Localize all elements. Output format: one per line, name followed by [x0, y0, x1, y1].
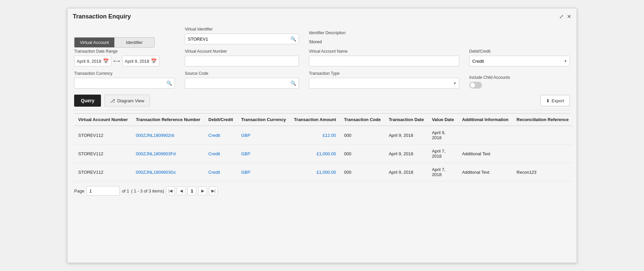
cell-virtual-account: STOREV112	[74, 163, 132, 181]
virtual-account-name-group: Virtual Account Name	[309, 49, 459, 66]
cell-reconciliation-ref	[513, 145, 573, 163]
export-button[interactable]: ⬇ Export	[540, 95, 570, 106]
source-code-input[interactable]	[185, 78, 299, 89]
identifier-description-label: Identifier Description	[309, 31, 459, 35]
currency-search-icon[interactable]: 🔍	[166, 80, 172, 86]
cell-virtual-account: STOREV112	[74, 126, 132, 145]
cell-additional-info: Additional Text	[458, 145, 513, 163]
debit-credit-group: Debit/Credit Credit Debit Both	[469, 49, 570, 66]
cell-transaction-date: April 9, 2018	[385, 145, 428, 163]
child-accounts-switch[interactable]	[469, 82, 482, 89]
cell-currency: GBP	[237, 163, 290, 181]
source-code-input-wrap: 🔍	[185, 78, 299, 89]
table-header: Virtual Account Number Transaction Refer…	[74, 114, 573, 126]
items-text: ( 1 - 3 of 3 items)	[131, 188, 164, 194]
close-icon[interactable]: ✕	[567, 13, 571, 20]
cell-amount: £1,000.00	[290, 145, 340, 163]
form-row-3: Transaction Currency 🔍 Source Code 🔍 Tra…	[74, 71, 570, 92]
source-code-search-icon[interactable]: 🔍	[290, 80, 296, 86]
first-page-btn[interactable]: |◀	[166, 186, 175, 195]
transaction-currency-input[interactable]	[74, 78, 175, 89]
transaction-type-label: Transaction Type	[309, 71, 459, 76]
currency-link[interactable]: GBP	[241, 151, 250, 156]
table-row: STOREV112 000ZJNL1809903Fd Credit GBP £1…	[74, 145, 573, 163]
cell-debit-credit: Credit	[204, 126, 237, 145]
cell-value-date: April 9, 2018	[428, 126, 458, 145]
transaction-type-select[interactable]	[309, 78, 459, 89]
cell-transaction-ref: 000ZJNL1809903Gc	[132, 163, 204, 181]
table-row: STOREV112 000ZJNL1809902rb Credit GBP £1…	[74, 126, 573, 145]
virtual-account-btn[interactable]: Virtual Account	[74, 38, 114, 47]
virtual-account-name-label: Virtual Account Name	[309, 49, 459, 54]
cell-value-date: April 7, 2018	[428, 145, 458, 163]
include-child-toggle	[469, 82, 570, 89]
pagination: Page of 1 ( 1 - 3 of 3 items) |◀ ◀ 1 ▶ ▶…	[74, 181, 570, 199]
col-additional-info: Additional Information	[458, 114, 513, 126]
virtual-account-number-group: Virtual Account Number	[185, 49, 299, 66]
next-page-btn[interactable]: ▶	[198, 186, 207, 195]
calendar-from-icon[interactable]: 📅	[103, 58, 109, 64]
cell-virtual-account: STOREV112	[74, 145, 132, 163]
date-range-group: Transaction Date Range April 9, 2018 📅 ⟷…	[74, 49, 175, 66]
transaction-ref-link[interactable]: 000ZJNL1809903Gc	[136, 170, 176, 175]
content-area: Virtual Account Identifier Virtual Ident…	[67, 23, 577, 202]
last-page-btn[interactable]: ▶|	[209, 186, 218, 195]
transaction-currency-group: Transaction Currency 🔍	[74, 71, 175, 89]
virtual-identifier-input[interactable]	[185, 34, 299, 44]
currency-link[interactable]: GBP	[241, 133, 250, 138]
account-toggle: Virtual Account Identifier	[74, 37, 155, 48]
transaction-ref-link[interactable]: 000ZJNL1809903Fd	[136, 151, 176, 156]
cell-additional-info	[458, 126, 513, 145]
toggle-group-container: Virtual Account Identifier	[74, 37, 175, 48]
child-accounts-slider	[469, 82, 482, 89]
cell-value-date: April 7, 2018	[428, 163, 458, 181]
identifier-description-value: Stored	[309, 37, 459, 44]
cell-code: 000	[340, 163, 385, 181]
debit-credit-select[interactable]: Credit Debit Both	[469, 56, 570, 66]
prev-page-btn[interactable]: ◀	[177, 186, 185, 195]
results-table: Virtual Account Number Transaction Refer…	[74, 114, 573, 181]
action-bar: Query ⎇ Diagram View ⬇ Export	[74, 95, 570, 107]
transaction-ref-link[interactable]: 000ZJNL1809902rb	[136, 133, 174, 138]
col-debit-credit: Debit/Credit	[204, 114, 237, 126]
col-transaction-date: Transaction Date	[385, 114, 428, 126]
virtual-account-name-input[interactable]	[309, 56, 459, 66]
virtual-account-number-input[interactable]	[185, 56, 299, 66]
cell-amount: £12.00	[290, 126, 340, 145]
virtual-identifier-label: Virtual Identifier	[185, 27, 299, 32]
cell-reconciliation-ref	[513, 126, 573, 145]
diagram-view-button[interactable]: ⎇ Diagram View	[104, 95, 150, 107]
cell-reconciliation-ref: Recon123	[513, 163, 573, 181]
cell-transaction-ref: 000ZJNL1809903Fd	[132, 145, 204, 163]
cell-debit-credit: Credit	[204, 163, 237, 181]
date-arrow-icon: ⟷	[113, 58, 120, 64]
title-bar: Transaction Enquiry ⤢ ✕	[67, 8, 577, 23]
debit-credit-label: Debit/Credit	[469, 49, 570, 54]
date-range-inputs: April 9, 2018 📅 ⟷ April 9, 2018 📅	[74, 56, 175, 66]
date-to-value: April 9, 2018	[125, 59, 149, 64]
date-from-value: April 9, 2018	[77, 59, 101, 64]
current-page-box: 1	[187, 186, 196, 195]
calendar-to-icon[interactable]: 📅	[151, 58, 157, 64]
source-code-label: Source Code	[185, 71, 299, 76]
identifier-btn[interactable]: Identifier	[114, 38, 154, 47]
cell-transaction-date: April 9, 2018	[385, 126, 428, 145]
col-transaction-ref: Transaction Reference Number	[132, 114, 204, 126]
col-transaction-amount: Transaction Amount	[290, 114, 340, 126]
debit-credit-select-wrap: Credit Debit Both	[469, 56, 570, 66]
diagram-view-label: Diagram View	[117, 98, 144, 103]
currency-link[interactable]: GBP	[241, 170, 250, 175]
action-bar-left: Query ⎇ Diagram View	[74, 95, 150, 107]
table-row: STOREV112 000ZJNL1809903Gc Credit GBP £1…	[74, 163, 573, 181]
col-transaction-currency: Transaction Currency	[237, 114, 290, 126]
transaction-type-select-wrap	[309, 78, 459, 89]
search-icon[interactable]: 🔍	[290, 36, 296, 42]
col-value-date: Value Date	[428, 114, 458, 126]
page-input[interactable]	[86, 186, 120, 196]
virtual-account-number-label: Virtual Account Number	[185, 49, 299, 54]
maximize-icon[interactable]: ⤢	[559, 13, 564, 20]
cell-code: 000	[340, 145, 385, 163]
export-icon: ⬇	[546, 98, 550, 103]
include-child-accounts-label: Include Child Accounts	[469, 75, 570, 80]
query-button[interactable]: Query	[74, 95, 101, 107]
